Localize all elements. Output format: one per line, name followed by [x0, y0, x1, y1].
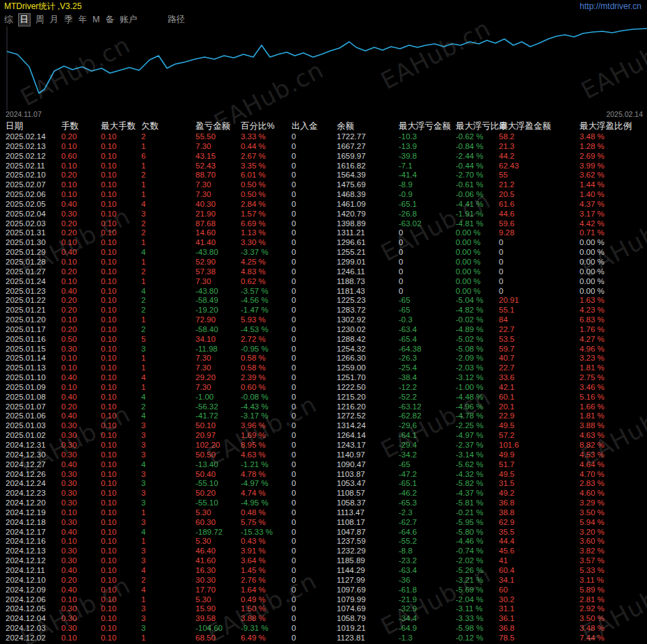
table-row[interactable]: 2024.12.090.400.10417.701.64 %01097.69-6… — [0, 586, 647, 595]
menu-item-path[interactable]: 路径 — [168, 14, 185, 26]
table-row[interactable]: 2024.12.020.100.10168.506.49 %01123.81-1… — [0, 634, 647, 643]
table-row[interactable]: 2024.12.240.300.103-55.10-4.97 %01053.47… — [0, 479, 647, 489]
table-row[interactable]: 2024.12.110.400.10416.301.45 %01144.29-6… — [0, 566, 647, 576]
table-row[interactable]: 2024.12.270.400.104-13.40-1.21 %01090.47… — [0, 460, 647, 470]
table-row[interactable]: 2025.02.120.600.10643.152.67 %01659.97-3… — [0, 152, 647, 162]
table-row[interactable]: 2024.12.060.100.1015.300.49 %01079.99-21… — [0, 595, 647, 605]
cell-max-float-loss-pct: -2.44 % — [456, 152, 499, 162]
menu-tab-4[interactable]: 季 — [64, 14, 73, 26]
cell-max-float-profit-pct: 1.81 % — [580, 363, 647, 373]
table-row[interactable]: 2025.02.040.300.10321.901.57 %01420.79-2… — [0, 210, 647, 219]
table-row[interactable]: 2025.01.200.100.10172.905.93 %01302.92-0… — [0, 315, 647, 325]
table-row[interactable]: 2025.01.160.500.10534.102.72 %01288.42-6… — [0, 335, 647, 345]
cell-date: 2025.01.23 — [0, 287, 61, 297]
cell-max-float-loss: -46.2 — [399, 489, 456, 498]
table-row[interactable]: 2024.12.170.400.104-189.72-15.33 %01047.… — [0, 528, 647, 537]
col-header-max-float-profit-pct[interactable]: 最大浮盈比例 — [580, 120, 647, 132]
cell-balance: 1296.61 — [337, 238, 399, 248]
cell-max-float-profit-pct: 4.96 % — [580, 345, 647, 354]
cell-max-float-profit-pct: 3.48 % — [580, 624, 647, 634]
cell-max-float-profit-pct: 0.00 % — [580, 277, 647, 287]
col-header-pl-percent[interactable]: 百分比% — [241, 120, 291, 132]
table-row[interactable]: 2025.01.220.200.102-58.49-4.56 %01225.23… — [0, 296, 647, 306]
col-header-deposit[interactable]: 出入金 — [291, 120, 337, 132]
cell-pl-percent: 0.58 % — [241, 354, 291, 363]
table-row[interactable]: 2025.01.290.400.104-43.80-3.37 %01255.21… — [0, 248, 647, 258]
col-header-count[interactable]: 欠数 — [141, 120, 195, 132]
table-row[interactable]: 2025.02.070.100.1017.300.50 %01475.69-8.… — [0, 180, 647, 190]
table-row[interactable]: 2025.01.210.200.102-19.20-1.47 %01283.72… — [0, 306, 647, 315]
cell-count: 1 — [141, 190, 195, 200]
table-row[interactable]: 2025.02.060.100.1017.300.50 %01468.39-0.… — [0, 190, 647, 200]
menu-tab-2[interactable]: 周 — [35, 14, 45, 26]
table-row[interactable]: 2024.12.040.300.10339.583.88 %01058.79-3… — [0, 614, 647, 624]
col-header-max-float-profit[interactable]: 最大浮盈金额 — [499, 120, 580, 132]
menu-tab-1[interactable]: 日 — [19, 14, 31, 26]
table-row[interactable]: 2025.01.150.300.103-11.98-0.95 %01254.32… — [0, 345, 647, 354]
table-row[interactable]: 2024.12.310.300.103102.208.95 %01243.17-… — [0, 441, 647, 450]
table-row[interactable]: 2024.12.160.100.1015.300.43 %01237.59-55… — [0, 537, 647, 547]
table-row[interactable]: 2025.01.130.100.1017.300.58 %01259.00-25… — [0, 363, 647, 373]
col-header-date[interactable]: 日期 — [0, 120, 61, 132]
table-row[interactable]: 2024.12.190.100.1015.300.48 %01113.47-2.… — [0, 508, 647, 518]
menu-tab-8[interactable]: 账户 — [120, 14, 137, 26]
table-row[interactable]: 2025.02.140.200.10255.503.33 %01722.77-1… — [0, 132, 647, 142]
table-row[interactable]: 2024.12.030.300.103-104.60-9.31 %01019.2… — [0, 624, 647, 634]
cell-balance: 1266.30 — [337, 354, 399, 363]
cell-max-float-profit: 31.5 — [499, 479, 580, 489]
col-header-lots[interactable]: 手数 — [61, 120, 101, 132]
table-row[interactable]: 2025.01.070.200.102-56.32-4.43 %01216.20… — [0, 402, 647, 412]
table-row[interactable]: 2025.01.270.200.10257.384.83 %01246.1100… — [0, 267, 647, 277]
table-row[interactable]: 2025.01.060.400.104-41.72-3.17 %01272.52… — [0, 411, 647, 421]
table-row[interactable]: 2024.12.050.300.10315.901.50 %01074.69-3… — [0, 604, 647, 614]
cell-date: 2025.02.14 — [0, 132, 61, 142]
table-row[interactable]: 2025.02.130.100.1017.300.44 %01667.27-13… — [0, 142, 647, 152]
website-link[interactable]: http://mtdriver.cn — [580, 1, 641, 11]
table-row[interactable]: 2024.12.260.300.10350.404.78 %01103.87-4… — [0, 470, 647, 480]
cell-max-float-loss-pct: -2.37 % — [456, 441, 499, 450]
table-row[interactable]: 2025.02.050.400.10440.302.84 %01461.09-6… — [0, 200, 647, 210]
table-row[interactable]: 2025.01.280.100.10152.904.25 %01299.0100… — [0, 258, 647, 267]
menu-tab-0[interactable]: 综 — [4, 14, 13, 26]
table-row[interactable]: 2025.02.110.100.10152.433.35 %01616.82-7… — [0, 162, 647, 171]
table-row[interactable]: 2025.01.170.200.102-58.40-4.53 %01230.02… — [0, 325, 647, 335]
cell-max-float-loss: -7.1 — [399, 162, 456, 171]
table-row[interactable]: 2025.01.240.100.1017.300.62 %01188.7300.… — [0, 277, 647, 287]
table-row[interactable]: 2024.12.300.300.10350.504.63 %01140.97-3… — [0, 450, 647, 460]
cell-max-lots: 0.10 — [101, 354, 141, 363]
table-row[interactable]: 2025.01.020.300.10320.971.69 %01264.14-6… — [0, 431, 647, 441]
cell-balance: 1188.73 — [337, 277, 399, 287]
table-row[interactable]: 2024.12.200.300.103-55.10-4.95 %01058.37… — [0, 498, 647, 508]
table-row[interactable]: 2025.02.030.200.10287.686.69 %01398.89-6… — [0, 219, 647, 229]
table-row[interactable]: 2025.01.100.400.10429.202.39 %01251.70-3… — [0, 373, 647, 383]
menu-tab-7[interactable]: 备 — [105, 14, 114, 26]
table-row[interactable]: 2025.01.080.400.104-1.00-0.08 %01215.20-… — [0, 393, 647, 402]
cell-max-float-loss-pct: -5.95 % — [456, 518, 499, 528]
col-header-max-float-loss-pct[interactable]: 最大浮亏比率 — [456, 120, 499, 132]
table-row[interactable]: 2024.12.230.300.10350.204.74 %01108.57-4… — [0, 489, 647, 498]
table-row[interactable]: 2024.12.100.200.10230.302.76 %01127.99-3… — [0, 576, 647, 586]
table-row[interactable]: 2025.01.140.100.1017.300.58 %01266.30-26… — [0, 354, 647, 363]
cell-max-float-loss-pct: -2.04 % — [456, 595, 499, 605]
table-row[interactable]: 2025.02.100.200.10288.706.01 %01564.39-4… — [0, 171, 647, 180]
table-row[interactable]: 2024.12.180.300.10360.305.75 %01108.17-6… — [0, 518, 647, 528]
chart-start-date: 2024.11.07 — [6, 110, 42, 120]
table-row[interactable]: 2024.12.130.300.10346.403.91 %01232.29-8… — [0, 547, 647, 556]
cell-max-float-profit: 51.7 — [499, 460, 580, 470]
table-row[interactable]: 2024.12.120.300.10341.603.64 %01185.89-2… — [0, 556, 647, 566]
cell-count: 1 — [141, 383, 195, 393]
menu-tab-3[interactable]: 月 — [50, 14, 59, 26]
table-row[interactable]: 2025.01.030.300.10350.103.96 %01314.24-2… — [0, 421, 647, 431]
col-header-pl-amount[interactable]: 盈亏金额 — [195, 120, 241, 132]
col-header-max-float-loss[interactable]: 最大浮亏金额 — [399, 120, 456, 132]
table-row[interactable]: 2025.01.310.200.10214.601.13 %01311.2100… — [0, 228, 647, 238]
col-header-balance[interactable]: 余额 — [337, 120, 399, 132]
cell-count: 4 — [141, 460, 195, 470]
table-row[interactable]: 2025.01.230.400.104-43.80-3.57 %01181.43… — [0, 287, 647, 297]
menu-tab-6[interactable]: M — [93, 15, 99, 24]
table-row[interactable]: 2025.01.090.100.1017.300.60 %01222.50-12… — [0, 383, 647, 393]
menu-tab-5[interactable]: 年 — [79, 14, 88, 26]
col-header-max-lots[interactable]: 最大手数 — [101, 120, 141, 132]
cell-pl-percent: -4.56 % — [241, 296, 291, 306]
table-row[interactable]: 2025.01.300.100.10141.403.30 %01296.6100… — [0, 238, 647, 248]
